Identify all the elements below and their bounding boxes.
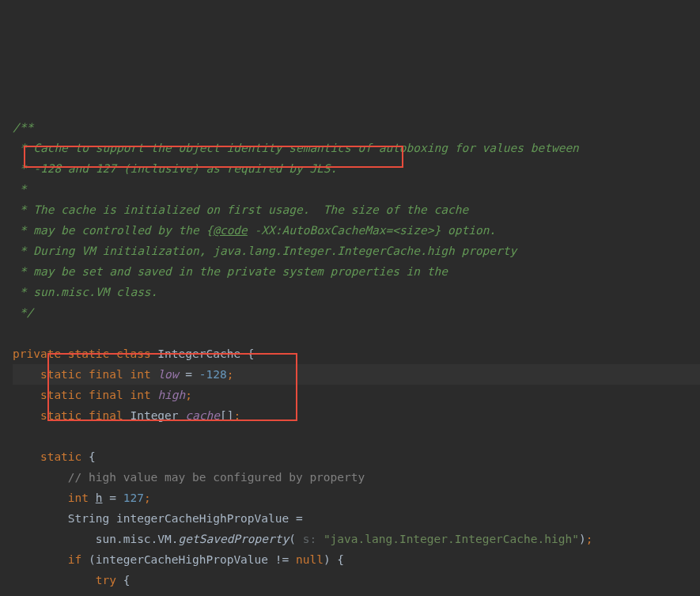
punct: [] xyxy=(220,409,233,422)
punct: { xyxy=(240,347,254,360)
param-hint: s: xyxy=(296,533,324,545)
kw-static: static xyxy=(40,368,81,381)
kw-null: null xyxy=(296,553,324,566)
punct: ; xyxy=(233,409,240,422)
kw-static: static xyxy=(40,409,81,422)
javadoc-line: * During VM initialization, java.lang.In… xyxy=(13,245,516,257)
punct: ( xyxy=(89,553,96,566)
javadoc-tag: @code xyxy=(213,224,248,237)
var-ichpv: integerCacheHighPropValue xyxy=(116,512,289,525)
kw-try: try xyxy=(96,574,116,587)
type-string: String xyxy=(68,512,109,525)
punct: ; xyxy=(586,533,593,545)
punct: ( xyxy=(289,533,296,545)
string-literal: "java.lang.Integer.IntegerCache.high" xyxy=(324,533,579,545)
javadoc-line: -XX:AutoBoxCacheMax=<size>} option. xyxy=(248,224,496,237)
javadoc-line: * xyxy=(13,183,26,196)
type-integer: Integer xyxy=(130,409,178,422)
javadoc-line: /** xyxy=(13,121,33,134)
javadoc-line: */ xyxy=(13,306,33,319)
qual-sunmiscvm: sun.misc.VM. xyxy=(96,533,179,545)
javadoc-line: * sun.misc.VM class. xyxy=(13,286,157,298)
punct: ) xyxy=(579,533,586,545)
punct: = xyxy=(103,492,123,504)
javadoc-line: * Cache to support the object identity s… xyxy=(13,142,579,154)
kw-final: final xyxy=(89,409,123,422)
kw-int: int xyxy=(130,389,150,401)
punct: ) xyxy=(324,553,331,566)
kw-int: int xyxy=(68,492,89,504)
kw-if: if xyxy=(68,553,81,566)
num-127: 127 xyxy=(123,492,144,504)
punct: ; xyxy=(144,492,151,504)
call-getSavedProperty: getSavedProperty xyxy=(179,533,289,545)
punct: { xyxy=(331,553,344,566)
field-high: high xyxy=(157,389,185,401)
punct: ; xyxy=(227,368,234,381)
kw-private: private xyxy=(13,347,61,360)
punct: = xyxy=(179,368,199,381)
punct-minus: - xyxy=(199,368,206,381)
field-low: low xyxy=(157,368,178,381)
field-cache: cache xyxy=(185,409,220,422)
punct: { xyxy=(81,450,95,463)
code-block: /** * Cache to support the object identi… xyxy=(13,97,700,596)
var-ichpv: integerCacheHighPropValue xyxy=(96,553,268,566)
javadoc-line: * The cache is initialized on first usag… xyxy=(13,203,468,216)
kw-static: static xyxy=(40,450,81,463)
class-name: IntegerCache xyxy=(157,347,240,360)
punct: { xyxy=(116,574,130,587)
kw-int: int xyxy=(130,368,150,381)
kw-static: static xyxy=(40,389,81,401)
javadoc-line: * may be controlled by the { xyxy=(13,224,213,237)
punct: != xyxy=(268,553,296,566)
javadoc-line: * may be set and saved in the private sy… xyxy=(13,265,448,278)
kw-final: final xyxy=(89,368,123,381)
punct: ; xyxy=(185,389,192,401)
kw-static: static xyxy=(68,347,109,360)
line-comment: // high value may be configured by prope… xyxy=(68,471,365,484)
kw-final: final xyxy=(89,389,123,401)
var-h: h xyxy=(96,492,103,504)
javadoc-line: * -128 and 127 (inclusive) as required b… xyxy=(13,162,337,175)
kw-class: class xyxy=(116,347,151,360)
num-128: 128 xyxy=(206,368,227,381)
